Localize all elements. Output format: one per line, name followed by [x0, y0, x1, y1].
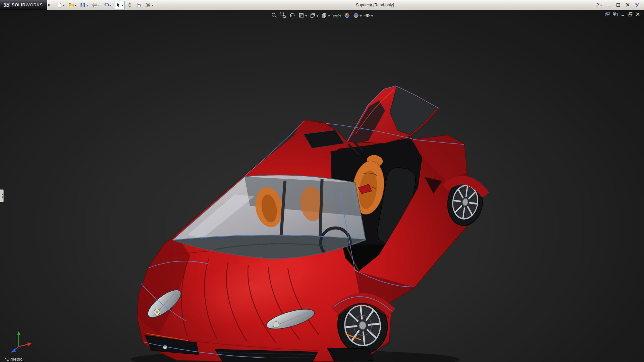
dropdown-caret-icon: [339, 15, 341, 18]
close-button[interactable]: [625, 2, 630, 8]
display-style-button[interactable]: [320, 12, 331, 19]
brand-solid: SOLID: [12, 2, 26, 7]
toolbar-expand-button[interactable]: [47, 0, 53, 10]
edit-appearance-button[interactable]: [343, 12, 351, 19]
chevron-left-icon: [1, 196, 3, 198]
scene-sphere-icon: [353, 12, 360, 19]
dropdown-caret-icon: [121, 5, 123, 7]
fog-light: [163, 345, 167, 349]
zoom-to-fit-icon: [271, 12, 278, 19]
glasses-icon: [332, 12, 339, 19]
solidworks-logo: 3S SOLIDWORKS: [0, 0, 47, 10]
options-button[interactable]: [144, 1, 155, 9]
dropdown-caret-icon: [110, 5, 112, 7]
minimize-button[interactable]: [606, 2, 611, 8]
shaded-cube-icon: [321, 12, 328, 19]
window-controls: ?: [592, 0, 644, 10]
minimize-icon: [607, 6, 611, 6]
section-view-icon: [298, 12, 305, 19]
view-orientation-button[interactable]: [309, 12, 319, 19]
main-toolbar: [53, 0, 157, 10]
new-button[interactable]: [55, 1, 66, 9]
tile-right-button[interactable]: [613, 12, 618, 16]
chevron-right-icon: [48, 4, 52, 6]
zoom-to-area-icon: [280, 12, 287, 19]
dropdown-caret-icon: [600, 5, 602, 7]
save-disk-icon: [80, 2, 86, 8]
select-button[interactable]: [114, 1, 125, 9]
open-button[interactable]: [67, 1, 78, 9]
section-view-button[interactable]: [298, 12, 308, 19]
undo-arrow-icon: [104, 2, 109, 8]
rebuild-button[interactable]: [126, 1, 134, 9]
tile-right-icon: [613, 12, 618, 16]
new-document-icon: [57, 2, 62, 8]
gear-icon: [145, 2, 151, 8]
file-properties-button[interactable]: [135, 1, 143, 9]
y-axis-arrow: [17, 331, 20, 335]
tile-left-icon: [605, 12, 610, 16]
x-axis-arrow: [28, 342, 32, 346]
tile-left-button[interactable]: [605, 12, 610, 16]
chevron-left-icon: [1, 193, 3, 195]
maximize-icon: [616, 3, 620, 7]
dropdown-caret-icon: [360, 15, 362, 18]
ds-logo-icon: [634, 2, 640, 7]
view-cube-icon: [310, 12, 316, 19]
close-icon: [626, 3, 630, 7]
feature-manager-collapse-tab[interactable]: [0, 189, 4, 202]
previous-view-icon: [289, 12, 296, 19]
dropdown-caret-icon: [328, 15, 330, 18]
help-button[interactable]: ?: [596, 2, 602, 7]
reference-triad: [5, 329, 34, 354]
graphics-area[interactable]: *Dimetric: [0, 10, 644, 362]
view-orientation-label: *Dimetric: [5, 357, 22, 362]
brand-works: WORKS: [25, 2, 43, 7]
close-icon: [636, 12, 640, 16]
undo-button[interactable]: [102, 1, 113, 9]
view-settings-button[interactable]: [364, 12, 374, 19]
dropdown-caret-icon: [317, 15, 319, 18]
dropdown-caret-icon: [74, 5, 76, 7]
appearance-ball-icon: [344, 12, 351, 19]
eye-icon: [364, 12, 371, 19]
print-button[interactable]: [91, 1, 101, 9]
brand-text: SOLIDWORKS: [12, 2, 43, 7]
rebuild-stoplight-icon: [127, 2, 132, 8]
dropdown-caret-icon: [371, 15, 373, 18]
dropdown-caret-icon: [86, 5, 88, 7]
previous-view-button[interactable]: [288, 12, 297, 19]
doc-minimize-button[interactable]: [621, 12, 625, 16]
maximize-button[interactable]: [615, 2, 621, 8]
zoom-to-area-button[interactable]: [279, 12, 287, 19]
solidworks-window: 3S SOLIDWORKS: [0, 0, 644, 362]
doc-restore-button[interactable]: [628, 12, 633, 16]
apply-scene-button[interactable]: [352, 12, 363, 19]
hide-show-items-button[interactable]: [332, 12, 342, 19]
minimize-icon: [621, 12, 625, 16]
print-icon: [92, 2, 97, 8]
headsup-view-toolbar: [270, 12, 374, 19]
dropdown-caret-icon: [151, 5, 153, 7]
dropdown-caret-icon: [98, 5, 100, 7]
dropdown-caret-icon: [305, 15, 307, 18]
3ds-logo-icon: 3S: [3, 2, 9, 8]
zoom-to-fit-button[interactable]: [270, 12, 278, 19]
open-folder-icon: [68, 2, 74, 8]
document-title: Supercar [Read-only]: [157, 3, 592, 7]
file-properties-icon: [136, 2, 142, 8]
doc-close-button[interactable]: [636, 12, 640, 16]
document-window-controls: [605, 12, 640, 16]
restore-icon: [628, 12, 633, 16]
help-label: ?: [596, 2, 599, 7]
select-cursor-icon: [115, 2, 121, 8]
titlebar: 3S SOLIDWORKS: [0, 0, 644, 10]
supercar-model[interactable]: [0, 10, 644, 362]
save-button[interactable]: [79, 1, 90, 9]
dropdown-caret-icon: [63, 5, 65, 7]
